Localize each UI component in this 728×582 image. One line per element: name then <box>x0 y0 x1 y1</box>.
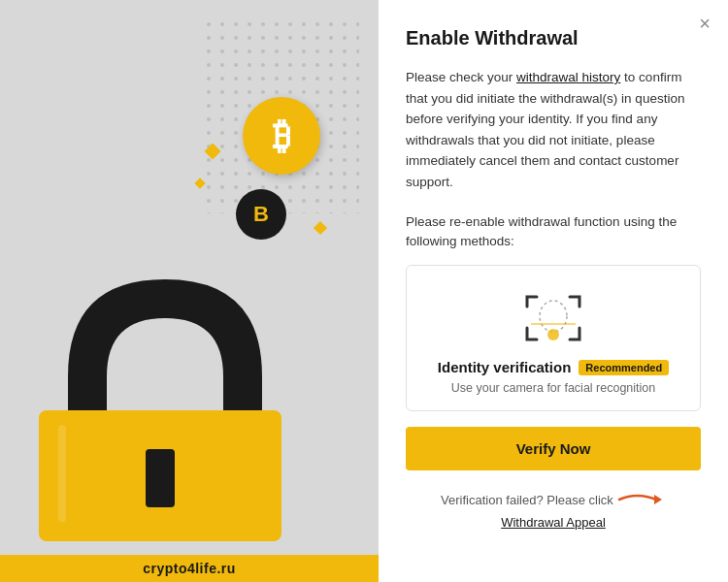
card-subtitle: Use your camera for facial recognition <box>451 381 656 395</box>
svg-rect-3 <box>146 449 175 507</box>
identity-verification-card[interactable]: Identity verification Recommended Use yo… <box>406 265 701 411</box>
card-title: Identity verification <box>438 359 572 375</box>
svg-point-5 <box>540 301 567 332</box>
binance-coin-icon: B <box>236 189 286 240</box>
modal-panel: × Enable Withdrawal Please check your wi… <box>379 0 728 582</box>
binance-letter: B <box>253 202 269 227</box>
modal-description: Please check your withdrawal history to … <box>406 67 701 193</box>
footer-text-label: Verification failed? Please click <box>441 493 613 507</box>
bitcoin-coin-icon: ₿ <box>243 97 320 175</box>
modal-subtitle: Please re-enable withdrawal function usi… <box>406 212 701 252</box>
left-panel: ₿ B crypto4life.ru <box>0 0 379 582</box>
arrow-icon <box>617 488 666 511</box>
verify-now-button[interactable]: Verify Now <box>406 427 701 470</box>
svg-point-6 <box>547 329 559 340</box>
face-scan-icon <box>519 289 587 347</box>
description-text-before-link: Please check your <box>406 70 516 84</box>
recommended-badge: Recommended <box>579 360 669 375</box>
withdrawal-history-link[interactable]: withdrawal history <box>516 70 620 84</box>
card-title-row: Identity verification Recommended <box>438 359 669 375</box>
lock-illustration <box>10 221 320 555</box>
watermark-bar: crypto4life.ru <box>0 555 379 582</box>
svg-rect-4 <box>58 425 66 522</box>
modal-title: Enable Withdrawal <box>406 27 701 49</box>
description-text-after-link: to confirm that you did initiate the wit… <box>406 70 684 189</box>
close-button[interactable]: × <box>699 14 711 33</box>
withdrawal-appeal-link[interactable]: Withdrawal Appeal <box>501 515 606 530</box>
svg-marker-8 <box>654 495 662 504</box>
footer-area: Verification failed? Please click Withdr… <box>406 488 701 530</box>
watermark-text: crypto4life.ru <box>143 561 236 576</box>
